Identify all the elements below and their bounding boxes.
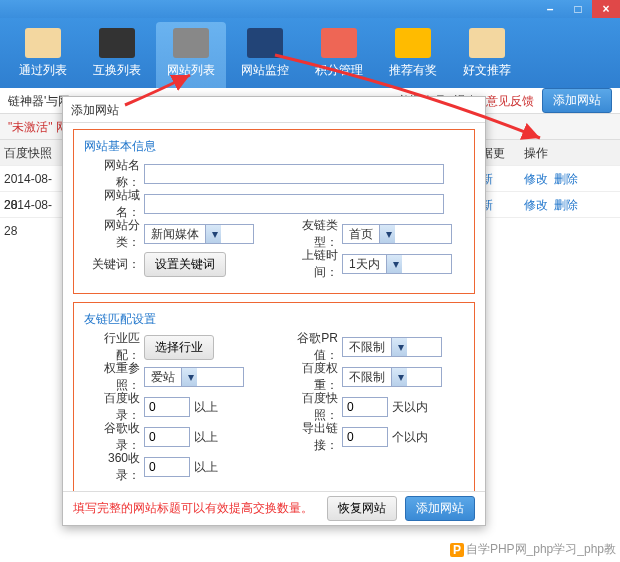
chevron-down-icon: ▾ [391,368,407,386]
toolbar-label: 好文推荐 [452,62,522,79]
close-button[interactable]: × [592,0,620,18]
bw-label: 百度权重： [282,360,342,394]
set-keyword-button[interactable]: 设置关键词 [144,252,226,277]
chevron-down-icon: ▾ [205,225,221,243]
section-basic: 网站基本信息 网站名称： 网站域名： 网站分类： 新闻媒体 ▾ [73,129,475,294]
star-icon [395,28,431,58]
gpr-value: 不限制 [343,339,391,356]
site-cat-label: 网站分类： [84,217,144,251]
baidu-label: 百度收录： [84,390,144,424]
clipboard-icon [25,28,61,58]
bw-value: 不限制 [343,369,391,386]
feedback-link[interactable]: 意见反馈 [486,88,534,114]
toolbar-label: 推荐有奖 [378,62,448,79]
weight-value: 爱站 [145,369,181,386]
section-match: 友链匹配设置 行业匹配： 选择行业 权重参照： 爱站 ▾ [73,302,475,491]
section-basic-title: 网站基本信息 [84,138,464,155]
calendar-icon [321,28,357,58]
site-cat-select[interactable]: 新闻媒体 ▾ [144,224,254,244]
section-match-title: 友链匹配设置 [84,311,464,328]
google-input[interactable] [144,427,190,447]
monitor-icon [247,28,283,58]
delete-link[interactable]: 删除 [554,198,578,212]
google-label: 谷歌收录： [84,420,144,454]
site-domain-label: 网站域名： [84,187,144,221]
industry-label: 行业匹配： [84,330,144,364]
linktype-select[interactable]: 首页 ▾ [342,224,452,244]
toolbar-item-monitor[interactable]: 网站监控 [230,22,300,88]
linktype-label: 友链类型： [282,217,342,251]
th-date: 百度快照 [0,140,65,165]
minimize-button[interactable]: – [536,0,564,18]
toolbar-label: 网站监控 [230,62,300,79]
select-industry-button[interactable]: 选择行业 [144,335,214,360]
dialog-add-button[interactable]: 添加网站 [405,496,475,521]
snap-input[interactable] [342,397,388,417]
toolbar-item-sites[interactable]: 网站列表 [156,22,226,88]
weight-label: 权重参照： [84,360,144,394]
watermark-icon: P [450,543,464,557]
site-domain-input[interactable] [144,194,444,214]
dialog-title: 添加网站 [63,97,485,123]
n360-label: 360收录： [84,450,144,484]
terminal-icon [99,28,135,58]
suffix-above: 以上 [194,459,218,476]
watermark: P 自学PHP网_php学习_php教 [450,541,616,558]
suffix-above: 以上 [194,429,218,446]
chevron-down-icon: ▾ [386,255,402,273]
export-label: 导出链接： [282,420,342,454]
site-name-label: 网站名称： [84,157,144,191]
uptime-select[interactable]: 1天内 ▾ [342,254,452,274]
gpr-select[interactable]: 不限制 ▾ [342,337,442,357]
toolbar-label: 通过列表 [8,62,78,79]
export-input[interactable] [342,427,388,447]
toolbar-item-star[interactable]: 推荐有奖 [378,22,448,88]
footer-hint: 填写完整的网站标题可以有效提高交换数量。 [73,500,319,517]
status-text: "未激活" 网 [8,120,68,134]
site-name-input[interactable] [144,164,444,184]
uptime-label: 上链时间： [282,247,342,281]
cell-op: 修改删除 [520,166,600,191]
window-titlebar: – □ × [0,0,620,18]
toolbar-item-calendar[interactable]: 积分管理 [304,22,374,88]
cell-op: 修改删除 [520,192,600,217]
cell-date: 2014-08-28 [0,192,65,217]
bw-select[interactable]: 不限制 ▾ [342,367,442,387]
toolbar-label: 积分管理 [304,62,374,79]
toolbar-item-clipboard[interactable]: 通过列表 [8,22,78,88]
chevron-down-icon: ▾ [391,338,407,356]
add-site-dialog: 添加网站 网站基本信息 网站名称： 网站域名： 网站分类： 新闻媒体 ▾ [62,96,486,526]
dialog-footer: 填写完整的网站标题可以有效提高交换数量。 恢复网站 添加网站 [63,491,485,525]
add-site-button[interactable]: 添加网站 [542,88,612,113]
suffix-above: 以上 [194,399,218,416]
toolbar-item-terminal[interactable]: 互换列表 [82,22,152,88]
toolbar-item-at[interactable]: 好文推荐 [452,22,522,88]
keyword-label: 关键词： [84,256,144,273]
edit-link[interactable]: 修改 [524,198,548,212]
linktype-value: 首页 [343,226,379,243]
edit-link[interactable]: 修改 [524,172,548,186]
toolbar-label: 网站列表 [156,62,226,79]
at-icon [469,28,505,58]
th-op: 操作 [520,140,600,165]
cell-date: 2014-08-28 [0,166,65,191]
info-left: 链神器'与网 [8,88,70,114]
site-cat-value: 新闻媒体 [145,226,205,243]
uptime-value: 1天内 [343,256,386,273]
snap-label: 百度快照： [282,390,342,424]
main-toolbar: 通过列表互换列表网站列表网站监控积分管理推荐有奖好文推荐 [0,18,620,88]
sites-icon [173,28,209,58]
weight-select[interactable]: 爱站 ▾ [144,367,244,387]
suffix-count: 个以内 [392,429,428,446]
restore-button[interactable]: 恢复网站 [327,496,397,521]
baidu-input[interactable] [144,397,190,417]
gpr-label: 谷歌PR值： [282,330,342,364]
toolbar-label: 互换列表 [82,62,152,79]
delete-link[interactable]: 删除 [554,172,578,186]
n360-input[interactable] [144,457,190,477]
maximize-button[interactable]: □ [564,0,592,18]
watermark-text: 自学PHP网_php学习_php教 [466,541,616,558]
chevron-down-icon: ▾ [379,225,395,243]
chevron-down-icon: ▾ [181,368,197,386]
suffix-days: 天以内 [392,399,428,416]
